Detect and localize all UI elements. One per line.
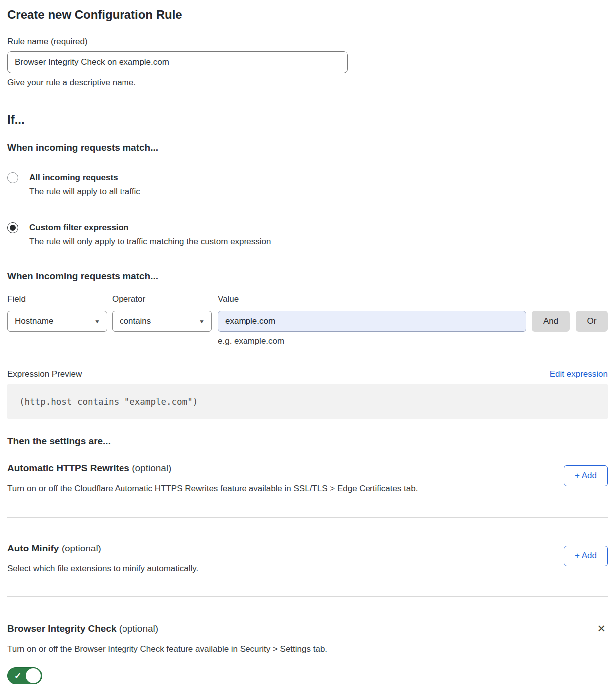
setting-automatic-https-rewrites: Automatic HTTPS Rewrites (optional) Turn… bbox=[7, 462, 608, 494]
operator-label: Operator bbox=[112, 294, 212, 305]
if-heading: If... bbox=[7, 112, 608, 127]
section-divider bbox=[7, 101, 608, 101]
browser-integrity-check-toggle[interactable]: ✓ bbox=[7, 667, 42, 684]
add-automatic-https-rewrites-button[interactable]: + Add bbox=[564, 465, 608, 486]
expression-preview-label: Expression Preview bbox=[7, 369, 82, 380]
filter-heading: When incoming requests match... bbox=[7, 271, 608, 282]
toggle-knob bbox=[26, 668, 41, 683]
setting-name: Auto Minify bbox=[7, 543, 59, 553]
setting-name: Browser Integrity Check bbox=[7, 623, 117, 634]
radio-custom-filter[interactable] bbox=[7, 222, 18, 233]
or-button[interactable]: Or bbox=[576, 311, 608, 332]
operator-selected-value: contains bbox=[120, 316, 151, 326]
field-dropdown[interactable]: Hostname ▼ bbox=[7, 311, 107, 332]
chevron-down-icon: ▼ bbox=[94, 319, 100, 324]
field-selected-value: Hostname bbox=[15, 316, 53, 326]
value-label: Value bbox=[218, 294, 526, 305]
chevron-down-icon: ▼ bbox=[199, 319, 205, 324]
setting-description: Select which file extensions to minify a… bbox=[7, 563, 198, 574]
radio-all-incoming-description: The rule will apply to all traffic bbox=[29, 186, 140, 197]
value-input[interactable] bbox=[218, 311, 526, 332]
setting-divider bbox=[7, 596, 608, 597]
radio-option-custom-filter[interactable]: Custom filter expression The rule will o… bbox=[7, 222, 608, 247]
setting-description: Turn on or off the Cloudflare Automatic … bbox=[7, 483, 418, 494]
setting-divider bbox=[7, 517, 608, 518]
match-heading: When incoming requests match... bbox=[7, 142, 608, 154]
radio-option-all-incoming[interactable]: All incoming requests The rule will appl… bbox=[7, 172, 608, 197]
value-help: e.g. example.com bbox=[218, 336, 526, 346]
check-icon: ✓ bbox=[14, 672, 21, 680]
then-settings-heading: Then the settings are... bbox=[7, 435, 608, 447]
filter-builder-row: Field Hostname ▼ Operator contains ▼ Val… bbox=[7, 294, 608, 346]
setting-description: Turn on or off the Browser Integrity Che… bbox=[7, 644, 608, 655]
rule-name-input[interactable] bbox=[7, 51, 348, 73]
setting-optional-tag: (optional) bbox=[119, 623, 158, 634]
page-title: Create new Configuration Rule bbox=[7, 8, 608, 22]
add-auto-minify-button[interactable]: + Add bbox=[564, 546, 608, 566]
rule-name-label: Rule name (required) bbox=[7, 36, 608, 47]
setting-auto-minify: Auto Minify (optional) Select which file… bbox=[7, 543, 608, 574]
setting-optional-tag: (optional) bbox=[62, 543, 101, 553]
edit-expression-link[interactable]: Edit expression bbox=[550, 369, 608, 380]
field-label: Field bbox=[7, 294, 107, 305]
radio-all-incoming[interactable] bbox=[7, 172, 18, 183]
create-configuration-rule-form: Create new Configuration Rule Rule name … bbox=[0, 0, 616, 686]
expression-preview-header: Expression Preview Edit expression bbox=[7, 369, 608, 380]
setting-optional-tag: (optional) bbox=[132, 463, 171, 473]
setting-browser-integrity-check: Browser Integrity Check (optional) ✕ bbox=[7, 623, 608, 635]
operator-dropdown[interactable]: contains ▼ bbox=[112, 311, 212, 332]
rule-name-help: Give your rule a descriptive name. bbox=[7, 77, 608, 88]
radio-all-incoming-label: All incoming requests bbox=[29, 172, 140, 183]
setting-name: Automatic HTTPS Rewrites bbox=[7, 463, 129, 473]
radio-custom-filter-label: Custom filter expression bbox=[29, 222, 271, 233]
close-icon[interactable]: ✕ bbox=[595, 623, 608, 635]
expression-code-block: (http.host contains "example.com") bbox=[7, 384, 608, 419]
radio-custom-filter-description: The rule will only apply to traffic matc… bbox=[29, 236, 271, 247]
and-button[interactable]: And bbox=[532, 311, 570, 332]
